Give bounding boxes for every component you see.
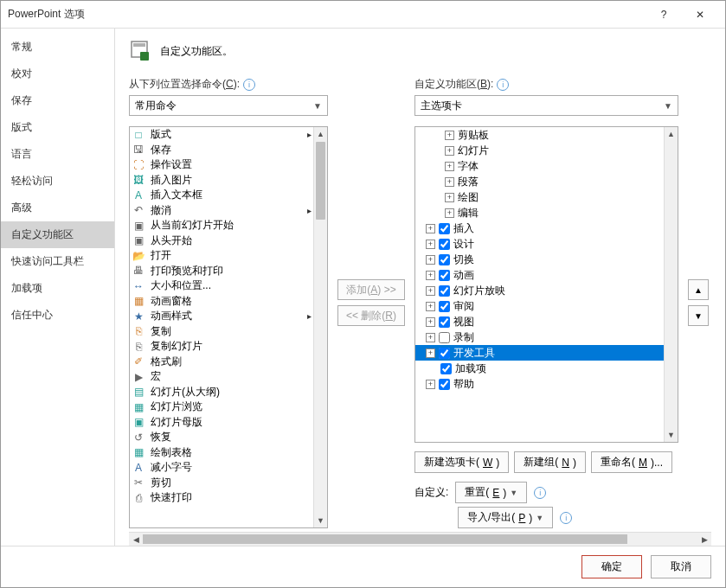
scroll-thumb[interactable] (143, 534, 627, 544)
info-icon[interactable]: i (243, 79, 255, 91)
expander-icon[interactable]: + (445, 208, 454, 218)
expander-icon[interactable]: + (426, 380, 435, 389)
new-tab-button[interactable]: 新建选项卡(W) (414, 451, 509, 473)
tree-row[interactable]: +视图 (415, 314, 664, 329)
vertical-scrollbar[interactable]: ▲ ▼ (313, 127, 327, 527)
tree-checkbox[interactable] (439, 254, 450, 265)
command-item[interactable]: ▦绘制表格 (130, 445, 313, 461)
move-up-button[interactable]: ▲ (688, 279, 709, 300)
expander-icon[interactable]: + (426, 271, 435, 280)
tree-row[interactable]: +帮助 (415, 376, 664, 392)
move-down-button[interactable]: ▼ (688, 305, 709, 326)
expander-icon[interactable]: + (426, 317, 435, 327)
command-item[interactable]: 🖼插入图片 (130, 173, 313, 189)
tree-row[interactable]: +动画 (415, 267, 664, 283)
sidebar-item[interactable]: 校对 (1, 61, 114, 87)
tree-row[interactable]: 加载项 (415, 361, 664, 376)
tree-row[interactable]: +设计 (415, 236, 664, 252)
reset-button[interactable]: 重置(E) ▼ (455, 482, 527, 503)
tree-checkbox[interactable] (439, 301, 450, 312)
command-item[interactable]: ▣从当前幻灯片开始 (130, 218, 313, 233)
info-icon[interactable]: i (534, 487, 546, 499)
tree-checkbox[interactable] (439, 379, 450, 390)
ribbon-tree[interactable]: +剪贴板+幻灯片+字体+段落+绘图+编辑+插入+设计+切换+动画+幻灯片放映+审… (414, 126, 678, 443)
tree-row[interactable]: +编辑 (415, 205, 664, 220)
tree-row[interactable]: +切换 (415, 252, 664, 267)
commands-source-combo[interactable]: 常用命令 ▼ (129, 95, 328, 116)
sidebar-item[interactable]: 高级 (1, 195, 114, 221)
tree-row[interactable]: +插入 (415, 220, 664, 236)
ok-button[interactable]: 确定 (581, 555, 642, 578)
expander-icon[interactable]: + (426, 286, 435, 296)
scroll-up-icon[interactable]: ▲ (314, 127, 327, 141)
expander-icon[interactable]: + (426, 224, 435, 233)
sidebar-item[interactable]: 版式 (1, 114, 114, 141)
command-item[interactable]: 📂打开 (130, 248, 313, 264)
expander-icon[interactable]: + (426, 302, 435, 311)
command-item[interactable]: ▤幻灯片(从大纲) (130, 385, 313, 400)
command-item[interactable]: 🖶打印预览和打印 (130, 264, 313, 279)
scroll-right-icon[interactable]: ▶ (697, 533, 711, 546)
sidebar-item[interactable]: 快速访问工具栏 (1, 248, 114, 275)
tree-checkbox[interactable] (439, 239, 450, 250)
command-item[interactable]: ▦幻灯片浏览 (130, 399, 313, 415)
scroll-down-icon[interactable]: ▼ (314, 514, 327, 527)
remove-button[interactable]: << 删除(R) (337, 305, 405, 326)
tree-row[interactable]: +段落 (415, 174, 664, 189)
tree-checkbox[interactable] (439, 316, 450, 328)
tree-row[interactable]: +开发工具 (415, 345, 664, 361)
command-item[interactable]: ⎙快速打印 (130, 490, 313, 506)
command-item[interactable]: ▦动画窗格 (130, 294, 313, 310)
expander-icon[interactable]: + (426, 240, 435, 249)
close-button[interactable]: ✕ (682, 2, 718, 28)
command-item[interactable]: A插入文本框 (130, 188, 313, 203)
tree-checkbox[interactable] (439, 223, 450, 234)
command-item[interactable]: ⛶操作设置 (130, 157, 313, 173)
sidebar-item[interactable]: 保存 (1, 87, 114, 114)
tree-checkbox[interactable] (439, 332, 450, 343)
import-export-button[interactable]: 导入/导出(P) ▼ (458, 507, 553, 528)
command-item[interactable]: ✂剪切 (130, 476, 313, 491)
sidebar-item[interactable]: 轻松访问 (1, 168, 114, 195)
add-button[interactable]: 添加(A) >> (337, 279, 405, 300)
tree-row[interactable]: +剪贴板 (415, 127, 664, 143)
scroll-thumb[interactable] (316, 142, 325, 220)
commands-listbox[interactable]: □版式▸🖫保存⛶操作设置🖼插入图片A插入文本框↶撤消▸▣从当前幻灯片开始▣从头开… (129, 126, 328, 528)
command-item[interactable]: A减小字号 (130, 460, 313, 476)
command-item[interactable]: ✐格式刷 (130, 355, 313, 370)
tree-row[interactable]: +绘图 (415, 189, 664, 205)
tree-checkbox[interactable] (439, 348, 450, 359)
sidebar-item[interactable]: 加载项 (1, 275, 114, 302)
command-item[interactable]: ⎘复制幻灯片 (130, 339, 313, 355)
cancel-button[interactable]: 取消 (651, 555, 711, 578)
expander-icon[interactable]: + (445, 131, 454, 140)
command-item[interactable]: 🖫保存 (130, 143, 313, 158)
expander-icon[interactable]: + (426, 333, 435, 342)
expander-icon[interactable]: + (445, 162, 454, 171)
command-item[interactable]: ↔大小和位置... (130, 278, 313, 294)
expander-icon[interactable]: + (445, 146, 454, 156)
sidebar-item[interactable]: 常规 (1, 34, 114, 61)
command-item[interactable]: ▣从头开始 (130, 233, 313, 249)
command-item[interactable]: ★动画样式▸ (130, 309, 313, 324)
tree-checkbox[interactable] (440, 363, 452, 374)
sidebar-item[interactable]: 语言 (1, 141, 114, 168)
command-item[interactable]: ⎘复制 (130, 324, 313, 340)
tree-checkbox[interactable] (439, 285, 450, 297)
command-item[interactable]: ↶撤消▸ (130, 203, 313, 219)
rename-button[interactable]: 重命名(M)... (591, 451, 672, 473)
tree-row[interactable]: +审阅 (415, 298, 664, 314)
horizontal-scrollbar[interactable]: ◀ ▶ (129, 532, 711, 546)
help-button[interactable]: ? (646, 2, 682, 28)
tree-row[interactable]: +幻灯片 (415, 143, 664, 158)
scroll-up-icon[interactable]: ▲ (665, 127, 678, 141)
ribbon-tabs-combo[interactable]: 主选项卡 ▼ (414, 95, 678, 116)
sidebar-item[interactable]: 信任中心 (1, 302, 114, 329)
expander-icon[interactable]: + (426, 255, 435, 265)
scroll-down-icon[interactable]: ▼ (665, 428, 678, 442)
expander-icon[interactable]: + (426, 348, 435, 358)
scroll-left-icon[interactable]: ◀ (129, 533, 143, 546)
tree-checkbox[interactable] (439, 270, 450, 281)
command-item[interactable]: ▣幻灯片母版 (130, 415, 313, 431)
expander-icon[interactable]: + (445, 193, 454, 202)
